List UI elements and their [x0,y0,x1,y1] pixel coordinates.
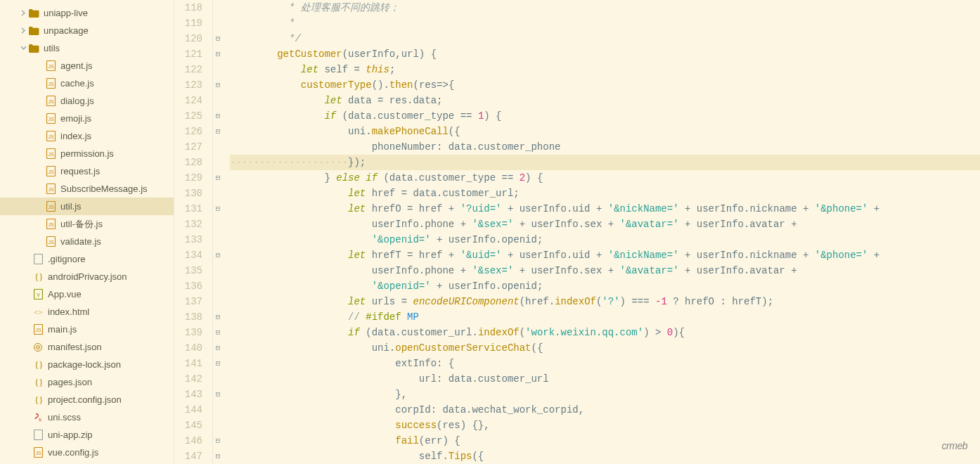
file-row-SubscribeMessage-js[interactable]: JSSubscribeMessage.js [0,180,174,198]
file-row-project-config-json[interactable]: {}project.config.json [0,391,174,408]
code-line[interactable]: let self = this; [230,62,980,77]
fold-marker[interactable]: ⊟ [213,108,223,124]
code-line[interactable]: getCustomer(userInfo,url) { [230,46,980,62]
code-editor[interactable]: 1181191201211221231241251261271281291301… [174,0,980,464]
file-row-permission-js[interactable]: JSpermission.js [0,145,174,162]
expand-arrow-icon[interactable] [18,8,28,18]
code-line[interactable]: // #ifdef MP [230,309,980,325]
file-row-vue-config-js[interactable]: JSvue.config.js [0,444,174,461]
fold-marker[interactable]: ⊟ [213,247,223,263]
fold-marker[interactable]: ⊟ [213,46,223,62]
code-line[interactable]: * 处理客服不同的跳转； [230,0,980,15]
code-line[interactable]: '&openid=' + userInfo.openid; [230,232,980,247]
svg-text:JS: JS [48,82,54,86]
file-row-request-js[interactable]: JSrequest.js [0,162,174,180]
file-row-cache-js[interactable]: JScache.js [0,75,174,92]
fold-marker [213,0,223,15]
code-line[interactable]: uni.makePhoneCall({ [230,124,980,139]
code-line[interactable]: }, [230,387,980,402]
code-line[interactable]: success(res) {}, [230,418,980,433]
fold-marker [213,15,223,31]
file-row-index-js[interactable]: JSindex.js [0,127,174,145]
fold-column[interactable]: ⊟⊟⊟⊟⊟⊟⊟⊟⊟⊟⊟⊟⊟⊟⊟ [213,0,223,464]
fold-marker[interactable]: ⊟ [213,449,223,464]
code-line[interactable]: if (data.customer_type == 1) { [230,108,980,124]
svg-rect-22 [34,254,42,264]
expand-arrow-icon[interactable] [18,43,28,53]
folder-row-utils[interactable]: utils [0,39,174,57]
code-line[interactable]: let data = res.data; [230,93,980,108]
fold-marker[interactable]: ⊟ [213,124,223,139]
code-line[interactable]: fail(err) { [230,433,980,449]
expand-arrow-icon[interactable] [18,25,28,36]
line-number: 139 [174,325,202,340]
file-row-agent-js[interactable]: JSagent.js [0,57,174,75]
line-number: 146 [174,433,202,449]
code-line[interactable]: let hrefT = href + '&uid=' + userInfo.ui… [230,247,980,263]
code-line[interactable]: let urls = encodeURIComponent(href.index… [230,294,980,309]
fold-marker[interactable]: ⊟ [213,340,223,356]
file-row-package-lock-json[interactable]: {}package-lock.json [0,356,174,373]
file-row-main-js[interactable]: JSmain.js [0,321,174,338]
code-line[interactable]: */ [230,31,980,46]
code-line[interactable]: customerType().then(res=>{ [230,77,980,93]
file-row-androidPrivacy-json[interactable]: {}androidPrivacy.json [0,268,174,285]
file-row--gitignore[interactable]: .gitignore [0,250,174,268]
code-line[interactable]: '&openid=' + userInfo.openid; [230,278,980,294]
svg-text:{}: {} [34,377,43,387]
fold-marker [213,155,223,170]
code-line[interactable]: corpId: data.wechat_work_corpid, [230,402,980,418]
code-line[interactable]: * [230,15,980,31]
line-number: 137 [174,294,202,309]
code-line[interactable]: phoneNumber: data.customer_phone [230,139,980,155]
code-line[interactable]: extInfo: { [230,356,980,371]
html-icon: <> [32,307,44,317]
code-line[interactable]: let hrefO = href + '?uid=' + userInfo.ui… [230,201,980,217]
code-line[interactable]: userInfo.phone + '&sex=' + userInfo.sex … [230,217,980,232]
js-icon: JS [45,166,56,176]
code-line[interactable]: } else if (data.customer_type == 2) { [230,170,980,186]
file-explorer-sidebar[interactable]: uniapp-liveunpackageutilsJSagent.jsJScac… [0,0,174,464]
tree-item-label: util-备份.js [60,218,103,231]
code-content[interactable]: * 处理客服不同的跳转； * */ getCustomer(userInfo,u… [223,0,980,464]
file-row-App-vue[interactable]: VApp.vue [0,285,174,303]
file-row-util-js[interactable]: JSutil.js [0,198,174,215]
fold-marker[interactable]: ⊟ [213,201,223,217]
js-icon: JS [45,236,56,247]
fold-marker[interactable]: ⊟ [213,309,223,325]
code-line[interactable]: self.Tips({ [230,449,980,464]
js-icon: JS [45,219,56,229]
code-line[interactable]: url: data.customer_url [230,371,980,387]
js-icon: JS [45,183,56,194]
line-number: 147 [174,449,202,464]
file-row-manifest-json[interactable]: manifest.json [0,338,174,356]
file-row-emoji-js[interactable]: JSemoji.js [0,110,174,127]
fold-marker[interactable]: ⊟ [213,356,223,371]
line-number: 133 [174,232,202,247]
target-icon [32,342,44,352]
file-row-validate-js[interactable]: JSvalidate.js [0,233,174,250]
file-row-util----js[interactable]: JSutil-备份.js [0,215,174,233]
code-line[interactable]: ····················· }); [230,155,980,170]
file-row-index-html[interactable]: <>index.html [0,303,174,321]
fold-marker[interactable]: ⊟ [213,387,223,402]
fold-marker[interactable]: ⊟ [213,170,223,186]
fold-marker[interactable]: ⊟ [213,433,223,449]
file-row-uni-scss[interactable]: suni.scss [0,408,174,426]
fold-marker[interactable]: ⊟ [213,325,223,340]
fold-marker[interactable]: ⊟ [213,77,223,93]
fold-marker [213,371,223,387]
file-row-pages-json[interactable]: {}pages.json [0,373,174,391]
code-line[interactable]: uni.openCustomerServiceChat({ [230,340,980,356]
code-line[interactable]: let href = data.customer_url; [230,186,980,201]
file-row-uni-app-zip[interactable]: uni-app.zip [0,426,174,444]
code-line[interactable]: if (data.customer_url.indexOf('work.weix… [230,325,980,340]
line-number: 143 [174,387,202,402]
folder-icon [28,9,39,18]
folder-row-uniapp-live[interactable]: uniapp-live [0,4,174,22]
fold-marker[interactable]: ⊟ [213,31,223,46]
file-row-dialog-js[interactable]: JSdialog.js [0,92,174,110]
svg-text:<>: <> [34,308,42,316]
code-line[interactable]: userInfo.phone + '&sex=' + userInfo.sex … [230,263,980,278]
folder-row-unpackage[interactable]: unpackage [0,22,174,39]
